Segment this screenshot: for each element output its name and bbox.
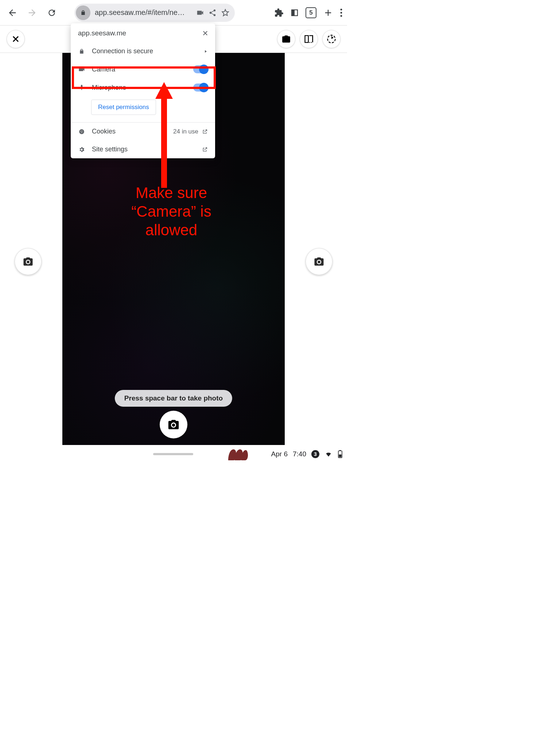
shelf-handle[interactable] bbox=[153, 453, 193, 455]
cookie-icon bbox=[78, 128, 85, 135]
mirror-icon bbox=[304, 34, 314, 44]
mic-icon bbox=[78, 84, 85, 91]
status-tray[interactable]: Apr 6 7:40 3 bbox=[271, 450, 343, 458]
svg-point-6 bbox=[27, 261, 30, 264]
flip-camera-icon bbox=[281, 34, 291, 44]
wifi-icon bbox=[324, 451, 332, 457]
connection-row[interactable]: Connection is secure bbox=[71, 42, 215, 60]
cookies-label: Cookies bbox=[92, 128, 116, 135]
back-button[interactable] bbox=[4, 5, 20, 21]
omnibox[interactable]: app.seesaw.me/#/item/ne… bbox=[74, 4, 235, 22]
browser-action-row: 5 bbox=[274, 7, 343, 18]
tab-switcher[interactable]: 5 bbox=[306, 7, 316, 18]
svg-point-7 bbox=[318, 261, 320, 264]
browser-toolbar: app.seesaw.me/#/item/ne… 5 bbox=[0, 0, 347, 26]
svg-point-2 bbox=[341, 8, 342, 10]
site-settings-row[interactable]: Site settings bbox=[71, 140, 215, 158]
camera-icon bbox=[23, 256, 34, 267]
video-icon bbox=[78, 66, 85, 73]
camera-toggle[interactable] bbox=[193, 65, 208, 73]
site-info-close[interactable] bbox=[202, 30, 209, 36]
chevron-right-icon bbox=[203, 49, 208, 54]
battery-icon bbox=[338, 450, 343, 458]
site-settings-label: Site settings bbox=[92, 146, 128, 153]
site-info-host: app.seesaw.me bbox=[78, 29, 126, 37]
site-info-button[interactable] bbox=[76, 5, 90, 20]
extensions-icon[interactable] bbox=[274, 8, 284, 18]
status-time: 7:40 bbox=[293, 450, 306, 458]
system-shelf: Apr 6 7:40 3 bbox=[0, 445, 347, 463]
svg-point-13 bbox=[82, 132, 83, 132]
shutter-button[interactable] bbox=[160, 411, 187, 438]
camera-label: Camera bbox=[92, 66, 115, 73]
notification-count: 3 bbox=[311, 450, 319, 458]
share-icon[interactable] bbox=[209, 9, 217, 17]
svg-point-3 bbox=[341, 12, 342, 13]
new-tab-icon[interactable] bbox=[323, 8, 333, 18]
gear-icon bbox=[78, 146, 85, 153]
timer-icon bbox=[326, 34, 337, 44]
microphone-toggle[interactable] bbox=[193, 84, 208, 92]
close-icon bbox=[11, 35, 20, 43]
tab-count: 5 bbox=[309, 9, 312, 16]
cookies-count: 24 in use bbox=[173, 128, 198, 135]
svg-point-11 bbox=[82, 130, 83, 131]
timer-button[interactable] bbox=[322, 30, 341, 48]
status-date: Apr 6 bbox=[271, 450, 288, 458]
reader-icon[interactable] bbox=[290, 8, 299, 17]
open-external-icon bbox=[202, 129, 208, 135]
flip-camera-button[interactable] bbox=[277, 30, 295, 48]
reload-button[interactable] bbox=[44, 5, 60, 21]
lock-icon bbox=[80, 9, 86, 16]
open-external-icon bbox=[202, 147, 208, 152]
capture-hint: Press space bar to take photo bbox=[115, 390, 232, 407]
kebab-menu-icon[interactable] bbox=[340, 8, 343, 18]
shelf-app-icon[interactable] bbox=[226, 447, 248, 461]
svg-point-12 bbox=[81, 132, 82, 133]
microphone-label: Microphone bbox=[92, 84, 126, 92]
close-icon bbox=[202, 30, 209, 36]
omnibox-url: app.seesaw.me/#/item/ne… bbox=[95, 8, 192, 17]
microphone-permission-row: Microphone bbox=[71, 78, 215, 97]
close-button[interactable] bbox=[7, 30, 25, 48]
reset-permissions-button[interactable]: Reset permissions bbox=[91, 100, 156, 115]
site-info-popover: app.seesaw.me Connection is secure Camer… bbox=[71, 23, 215, 158]
camera-permission-row: Camera bbox=[71, 60, 215, 78]
svg-rect-1 bbox=[292, 10, 295, 16]
svg-rect-16 bbox=[339, 450, 341, 451]
lock-icon bbox=[79, 48, 85, 55]
camera-icon bbox=[314, 256, 324, 267]
svg-point-9 bbox=[79, 129, 84, 134]
svg-rect-17 bbox=[339, 454, 342, 457]
left-capture-button[interactable] bbox=[15, 248, 42, 275]
forward-button[interactable] bbox=[24, 5, 40, 21]
svg-point-10 bbox=[81, 131, 81, 131]
connection-label: Connection is secure bbox=[92, 47, 153, 55]
svg-point-8 bbox=[172, 423, 175, 427]
right-capture-button[interactable] bbox=[306, 248, 332, 275]
svg-point-4 bbox=[341, 15, 342, 17]
camera-indicator-icon[interactable] bbox=[196, 9, 204, 17]
bookmark-star-icon[interactable] bbox=[221, 8, 230, 17]
camera-icon bbox=[167, 418, 180, 431]
mirror-button[interactable] bbox=[300, 30, 318, 48]
cookies-row[interactable]: Cookies 24 in use bbox=[71, 123, 215, 140]
